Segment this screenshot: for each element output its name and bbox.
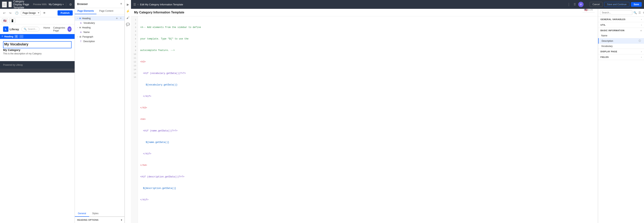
paint-icon-button[interactable]: 🖌	[125, 15, 130, 21]
tree-item-heading2[interactable]: − H Heading	[75, 25, 124, 30]
section-display-header[interactable]: DISPLAY PAGE ›	[598, 49, 644, 54]
code-line-10: <#if (name.getData())?>?>	[140, 129, 596, 133]
code-content[interactable]: <#-- Add elements from the sidebar to de…	[138, 16, 598, 223]
tab-styles[interactable]: Styles	[89, 211, 102, 217]
tree-toggle-heading2[interactable]: −	[77, 27, 78, 29]
heading-more-button[interactable]: ⋯	[19, 35, 24, 38]
tree-visibility-button[interactable]: 👁	[115, 17, 118, 20]
tree-label-paragraph: Paragraph	[82, 35, 93, 38]
nav-categories[interactable]: Categories Page	[53, 26, 65, 32]
tab-page-elements[interactable]: Page Elements	[75, 8, 96, 14]
paragraph-type-icon: ⊞	[80, 35, 81, 38]
lang-badge: en-US	[588, 9, 593, 11]
preview-value: My Category	[49, 3, 62, 6]
avatar: U	[68, 26, 72, 32]
section-fields-header[interactable]: FIELDS ›	[598, 54, 644, 60]
tree-remove-button[interactable]: ✕	[119, 17, 122, 20]
site-search-box[interactable]: 🔍 Search...	[21, 27, 40, 31]
variables-sidebar: 🔍 ☰ ⚙ GENERAL VARIABLES › UTIL ›	[598, 9, 644, 223]
page-design-select[interactable]: Page Design	[21, 11, 41, 15]
section-util-title: UTIL	[600, 24, 606, 26]
page-footer: Powered by Liferay	[0, 61, 74, 69]
browser-header: Browser +	[75, 0, 124, 8]
line-num-4: 4	[131, 29, 138, 33]
sidebar-gear-icon[interactable]: ⚙	[642, 10, 644, 15]
gear-button[interactable]: ⚙	[68, 2, 73, 7]
more-options-button[interactable]: ⋮	[566, 1, 571, 7]
heading-options-toggle[interactable]: ▾	[121, 219, 122, 222]
flag-row: 🇺🇸 📱	[0, 17, 74, 24]
line-num-5: 5	[131, 33, 138, 37]
preview-toggle-button[interactable]: 👁	[42, 10, 47, 15]
page-footer-area: Powered by Liferay	[0, 61, 74, 73]
tab-general[interactable]: General	[75, 211, 89, 217]
line-numbers: 1 2 3 4 5 6 7 8 9 10 11 12 13 14 15 16	[131, 16, 138, 223]
code-line-4: <h3>	[140, 60, 596, 64]
section-basic-info: BASIC INFORMATION ∨ Name Description ⓘ V…	[598, 28, 644, 49]
tree-item-paragraph[interactable]: − ⊞ Paragraph	[75, 34, 124, 39]
sidebar-toggle-button[interactable]: ☰	[2, 1, 7, 7]
right-panel: ☰ ‹ Edit My Category Information Templat…	[131, 0, 644, 223]
flag-button[interactable]: 🇺🇸	[2, 18, 8, 23]
heading-element-bar: ⠿ Heading ☰ ⋯	[0, 34, 74, 39]
redo-button[interactable]: ↪	[8, 10, 13, 15]
section-basic-header[interactable]: BASIC INFORMATION ∨	[598, 28, 644, 33]
left-panel: ☰ ‹ Category Display Page Template Previ…	[0, 0, 75, 223]
tree-actions-heading1: 👁 ✕	[115, 17, 122, 20]
history-button[interactable]: 🕐	[14, 10, 20, 15]
tree-label-heading2: Heading	[82, 26, 91, 29]
code-line-5: <#if (vocabulary.getData())?>?>	[140, 71, 596, 75]
code-line-8: </h3>	[140, 106, 596, 110]
preview-dropdown[interactable]: My Category ▾	[49, 3, 64, 6]
vocab-type-icon: A	[80, 22, 82, 24]
save-button[interactable]: Save	[631, 2, 642, 7]
lightning-icon-button[interactable]: ⚡	[125, 8, 131, 14]
tab-page-content[interactable]: Page Content	[96, 8, 116, 14]
sidebar-search-icon: 🔍	[634, 11, 637, 14]
item-vocabulary-label: Vocabulary	[601, 45, 641, 47]
tree-label-vocabulary: Vocabulary	[84, 22, 95, 24]
sidebar-search-input[interactable]	[600, 10, 632, 15]
tree-toggle-heading1[interactable]: −	[77, 17, 78, 19]
play-icon-button[interactable]: ▶	[126, 1, 130, 7]
chevron-down-basic-icon: ∨	[640, 29, 642, 32]
sidebar-item-name[interactable]: Name	[598, 33, 644, 38]
desc-type-icon: T	[80, 40, 82, 42]
save-continue-button[interactable]: Save and Continue	[604, 2, 630, 7]
section-general-header[interactable]: GENERAL VARIABLES ›	[598, 17, 644, 22]
general-styles-tabs: General Styles	[75, 211, 124, 217]
publish-button[interactable]: Publish	[58, 10, 73, 15]
sidebar-item-vocabulary[interactable]: Vocabulary	[598, 44, 644, 49]
vocab-title: My Vocabulary	[4, 42, 70, 46]
device-button[interactable]: 📱	[10, 18, 15, 23]
section-display-page: DISPLAY PAGE ›	[598, 49, 644, 54]
line-num-9: 9	[131, 48, 138, 52]
footer-text: Powered by Liferay	[3, 64, 23, 66]
nav-home[interactable]: Home	[43, 26, 50, 32]
heading-options-button[interactable]: ☰	[14, 35, 18, 38]
side-icons-panel: ▶ ⚡ 🖌 💬	[125, 0, 131, 223]
back-button[interactable]: ‹	[8, 1, 12, 7]
right-back-button[interactable]: ‹	[138, 3, 138, 6]
nav-links: Home Categories Page	[43, 26, 65, 32]
tree-toggle-paragraph[interactable]: −	[77, 36, 78, 38]
right-topbar: ☰ ‹ Edit My Category Information Templat…	[131, 0, 644, 9]
code-flag: 🇺🇸	[584, 9, 588, 11]
tree-item-heading1[interactable]: − H Heading 👁 ✕	[75, 16, 124, 21]
sidebar-item-description[interactable]: Description ⓘ	[598, 38, 644, 44]
sidebar-list-icon[interactable]: ☰	[638, 10, 642, 15]
chat-icon-button[interactable]: 💬	[125, 21, 131, 27]
section-display-title: DISPLAY PAGE	[600, 50, 617, 53]
grid-button[interactable]: ⠿	[573, 2, 577, 7]
tree-item-name[interactable]: A Name	[75, 30, 124, 34]
cancel-button[interactable]: Cancel	[590, 2, 602, 7]
undo-button[interactable]: ↩	[2, 10, 7, 15]
right-sidebar-toggle[interactable]: ☰	[133, 3, 136, 6]
code-line-11: ${name.getData()}	[140, 140, 596, 144]
section-util-header[interactable]: UTIL ›	[598, 22, 644, 27]
tree-item-description[interactable]: T Description	[75, 39, 124, 44]
tree-item-vocabulary[interactable]: A Vocabulary	[75, 21, 124, 25]
line-num-13: 13	[131, 64, 138, 68]
code-editor[interactable]: 1 2 3 4 5 6 7 8 9 10 11 12 13 14 15 16	[131, 16, 598, 223]
add-element-button[interactable]: +	[120, 2, 122, 6]
